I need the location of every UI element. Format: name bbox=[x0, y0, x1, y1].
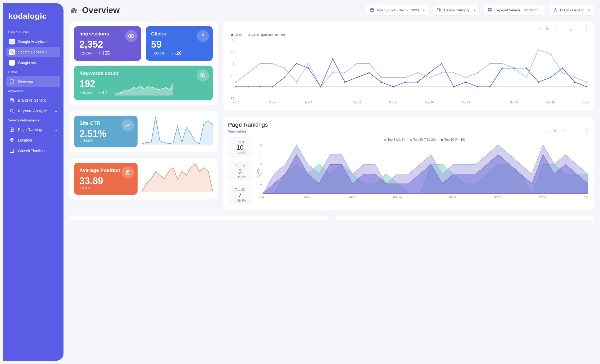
card-keywords-count[interactable]: Keywords count 192 28.0% 42 bbox=[74, 66, 213, 100]
svg-point-53 bbox=[308, 63, 309, 64]
metrics-panel: Impressions 2,352 24.0% 455 bbox=[69, 21, 217, 105]
svg-point-104 bbox=[562, 67, 563, 69]
select-tool-icon[interactable]: ▭ bbox=[537, 26, 542, 31]
svg-point-4 bbox=[10, 109, 13, 112]
edit-icon[interactable]: ✎ bbox=[552, 128, 558, 134]
view-details-link[interactable]: View details bbox=[228, 129, 246, 133]
svg-rect-28 bbox=[490, 10, 492, 11]
card-value: 59 bbox=[151, 39, 207, 49]
card-pct: 24.0% bbox=[79, 51, 92, 55]
page-rankings-title: Page Rankings bbox=[228, 121, 589, 128]
arrow-up-icon[interactable]: ↑ bbox=[560, 128, 566, 134]
svg-text:Nov 7: Nov 7 bbox=[305, 101, 312, 104]
date-range-selector[interactable]: Nov 1, 2024 - Nov 30, 2024 ▾ bbox=[366, 5, 429, 16]
branch-icon bbox=[553, 8, 557, 13]
svg-point-94 bbox=[441, 63, 442, 64]
sidebar-item-growth-timeline[interactable]: Growth Timeline bbox=[6, 145, 60, 156]
card-pct: 28.0% bbox=[79, 91, 92, 95]
avg-position-chart bbox=[142, 163, 213, 195]
stat-top3: Top 3 10 -52.4% bbox=[228, 137, 252, 157]
svg-point-78 bbox=[247, 86, 249, 88]
sidebar-item-google-ads[interactable]: ▲ Google Ads bbox=[6, 57, 60, 68]
svg-point-69 bbox=[501, 63, 503, 64]
page-title: Overview bbox=[69, 5, 120, 15]
card-value: 2,352 bbox=[79, 39, 136, 49]
ga4-icon: 📊 bbox=[9, 39, 15, 44]
svg-text:0: 0 bbox=[233, 85, 234, 88]
trend-icon bbox=[122, 119, 134, 131]
arrow-down-icon[interactable]: ↓ bbox=[560, 26, 566, 31]
more-icon[interactable]: ⋮ bbox=[584, 128, 589, 134]
main-content: Overview Nov 1, 2024 - Nov 30, 2024 ▾ De… bbox=[63, 0, 600, 364]
svg-point-62 bbox=[417, 72, 418, 74]
arrow-down-icon[interactable]: ↓ bbox=[568, 128, 574, 134]
svg-text:Nov 21: Nov 21 bbox=[494, 195, 502, 198]
svg-point-77 bbox=[235, 86, 237, 88]
section-home: Home bbox=[8, 70, 59, 74]
svg-point-106 bbox=[586, 86, 588, 88]
sidebar-item-page-rankings[interactable]: Page Rankings ⌄ bbox=[6, 124, 60, 135]
chevron-down-icon: ⌄ bbox=[54, 109, 58, 113]
sidebar-item-location[interactable]: Location bbox=[6, 135, 60, 145]
sidebar-item-label: Brand vs Generic bbox=[18, 98, 47, 102]
edit-icon[interactable]: ✎ bbox=[544, 26, 550, 31]
card-clicks[interactable]: Clicks 59 -30.6% -26 bbox=[146, 26, 213, 61]
click-icon bbox=[197, 30, 209, 42]
svg-rect-19 bbox=[370, 8, 374, 11]
svg-text:4: 4 bbox=[260, 153, 262, 156]
svg-point-101 bbox=[526, 67, 527, 69]
svg-text:2.5: 2.5 bbox=[231, 74, 234, 77]
svg-point-66 bbox=[465, 77, 466, 78]
svg-point-67 bbox=[477, 72, 479, 74]
card-title: Keywords count bbox=[79, 70, 207, 76]
svg-point-100 bbox=[513, 67, 515, 69]
svg-text:Nov 1: Nov 1 bbox=[233, 101, 240, 104]
sidebar-item-keyword-analysis[interactable]: Keyword Analysis ⌄ bbox=[6, 106, 60, 116]
ranking-stats: Top 3 10 -52.4% Top 10 5 -44.4% Top 20 bbox=[228, 137, 252, 205]
y-axis-label: Query bbox=[256, 169, 260, 177]
card-avg-position[interactable]: Average Position 33.89 5.6% bbox=[74, 163, 138, 195]
arrow-up-icon[interactable]: ↑ bbox=[552, 26, 558, 31]
more-icon[interactable]: ⋮ bbox=[584, 26, 589, 31]
card-impressions[interactable]: Impressions 2,352 24.0% 455 bbox=[74, 26, 141, 61]
card-delta: 455 bbox=[98, 51, 110, 56]
zoom-in-icon bbox=[197, 69, 209, 81]
svg-point-29 bbox=[555, 8, 556, 9]
svg-point-74 bbox=[562, 72, 563, 74]
svg-point-10 bbox=[11, 139, 13, 140]
card-site-ctr[interactable]: Site CTR 2.51% -44.0% bbox=[74, 116, 138, 148]
divider: | bbox=[576, 26, 581, 31]
card-pct: 5.6% bbox=[79, 186, 132, 190]
stat-top10: Top 10 5 -44.4% bbox=[228, 161, 252, 181]
keyword-search-label: Keyword Search bbox=[495, 8, 520, 12]
svg-text:2: 2 bbox=[260, 173, 262, 176]
svg-point-71 bbox=[526, 77, 527, 78]
sidebar-item-brand-vs-generic[interactable]: Brand vs Generic ⌄ bbox=[6, 95, 60, 106]
sidebar-item-search-console[interactable]: 🔍 Search Console • bbox=[6, 47, 60, 57]
topbar: Overview Nov 1, 2024 - Nov 30, 2024 ▾ De… bbox=[69, 5, 594, 16]
select-tool-icon[interactable]: ▭ bbox=[544, 128, 550, 134]
svg-point-56 bbox=[344, 72, 346, 74]
sidebar-item-overview[interactable]: Overview bbox=[6, 76, 60, 87]
device-category-text: Device Category bbox=[444, 8, 469, 12]
chevron-down-icon: ⌄ bbox=[54, 98, 58, 102]
divider: | bbox=[576, 128, 581, 134]
svg-point-84 bbox=[320, 86, 321, 88]
svg-point-83 bbox=[308, 67, 309, 69]
caret-down-icon: ▾ bbox=[474, 8, 476, 12]
svg-point-72 bbox=[538, 49, 539, 50]
brand-generic-selector[interactable]: Brand / Generic ▾ bbox=[549, 5, 594, 16]
svg-point-68 bbox=[489, 63, 491, 64]
section-data-sources: Data Sources bbox=[8, 30, 59, 34]
device-category-selector[interactable]: Device Category ▾ bbox=[433, 5, 479, 16]
stat-top20: Top 20 7 -58.8% bbox=[228, 185, 252, 205]
export-icon[interactable]: ⤓ bbox=[568, 26, 574, 31]
chevron-down-icon: ⌄ bbox=[54, 128, 58, 132]
svg-text:Nov 13: Nov 13 bbox=[389, 101, 398, 104]
svg-point-97 bbox=[477, 86, 479, 88]
svg-rect-25 bbox=[488, 8, 490, 10]
keyword-search[interactable]: Keyword Search search co... bbox=[484, 5, 545, 16]
toolbox-icon bbox=[69, 6, 78, 15]
sidebar-item-ga4[interactable]: 📊 Google Analytics 4 bbox=[6, 36, 60, 47]
svg-line-5 bbox=[13, 112, 14, 113]
